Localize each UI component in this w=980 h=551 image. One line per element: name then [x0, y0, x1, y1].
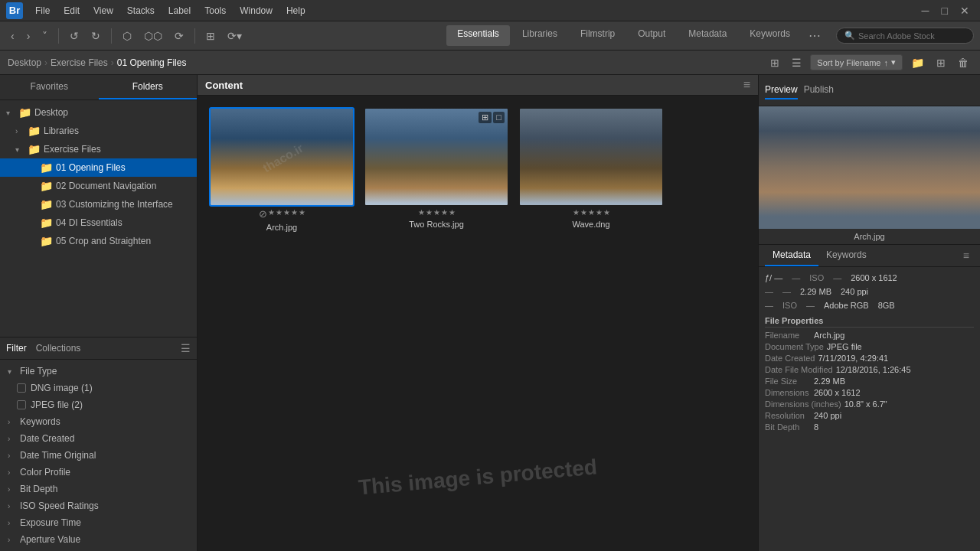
metadata-content: ƒ/ — — ISO — 2600 x 1612 — — 2.29 MB 240…: [759, 267, 980, 551]
tab-output[interactable]: Output: [627, 25, 676, 46]
two-rocks-image-container: ⊞ □: [364, 107, 509, 207]
more-workspaces-button[interactable]: ⋯: [802, 25, 827, 46]
filter-dng-item[interactable]: DNG image (1): [0, 380, 197, 396]
breadcrumb-exercise-files[interactable]: Exercise Files: [51, 57, 108, 68]
tree-item-exercise-files[interactable]: ▾ 📁 Exercise Files: [0, 140, 197, 158]
filter-date-created-header[interactable]: › Date Created: [0, 430, 197, 447]
sort-dropdown-icon: ▾: [891, 57, 896, 67]
content-title: Content: [205, 80, 243, 91]
get-photos-button[interactable]: ⬡: [118, 27, 136, 45]
menu-window[interactable]: Window: [234, 3, 279, 18]
filesize-prop-value: 2.29 MB: [814, 377, 845, 386]
delete-icon-button[interactable]: 🗑: [954, 54, 972, 71]
search-adobe-stock[interactable]: 🔍: [836, 28, 974, 44]
sort-dropdown-button[interactable]: ⟳▾: [223, 27, 247, 45]
close-button[interactable]: ✕: [956, 2, 974, 20]
bit-depth-prop-value: 8: [814, 422, 818, 432]
metadata-options-icon[interactable]: ≡: [959, 245, 974, 266]
tab-keywords[interactable]: Keywords: [739, 25, 801, 46]
filter-tab-collections[interactable]: Collections: [36, 343, 81, 354]
jpeg-checkbox[interactable]: [17, 400, 26, 409]
expand-dto-icon: ›: [8, 452, 15, 460]
filter-exposure-header[interactable]: › Exposure Time: [0, 514, 197, 531]
refresh-button[interactable]: ⟳: [170, 27, 188, 45]
tab-libraries[interactable]: Libraries: [511, 25, 568, 46]
filter-date-time-original-header[interactable]: › Date Time Original: [0, 447, 197, 464]
bit-depth-label: Bit Depth: [765, 422, 811, 432]
nav-forward-button[interactable]: ›: [22, 27, 35, 45]
tree-item-02-nav[interactable]: 📁 02 Document Navigation: [0, 177, 197, 195]
tab-metadata[interactable]: Metadata: [678, 25, 737, 46]
tab-essentials[interactable]: Essentials: [446, 25, 510, 46]
content-header-menu[interactable]: ≡: [743, 78, 750, 92]
arch-stars: ⊘ ★ ★ ★ ★ ★: [259, 208, 305, 220]
filter-tab-filter[interactable]: Filter: [6, 343, 27, 354]
filter-keywords-header[interactable]: › Keywords: [0, 413, 197, 430]
new-folder-icon-button[interactable]: 📁: [907, 54, 928, 71]
thumbnail-two-rocks[interactable]: ⊞ □ ★ ★ ★ ★ ★ Two Rocks.jpg: [364, 107, 509, 232]
thumbnail-arch[interactable]: thaco.ir ⊘ ★ ★ ★ ★ ★ Arch.jpg: [209, 107, 354, 232]
arch-star-4: ★: [291, 208, 298, 220]
filter-actions: ☰: [181, 342, 191, 354]
sort-icon-button[interactable]: ☰: [788, 54, 805, 71]
tree-item-01-opening[interactable]: 📁 01 Opening Files: [0, 158, 197, 177]
filter-aperture-header[interactable]: › Aperture Value: [0, 531, 197, 548]
menu-label[interactable]: Label: [162, 3, 197, 18]
nav-dropdown-button[interactable]: ˅: [38, 27, 52, 45]
menu-tools[interactable]: Tools: [198, 3, 232, 18]
datecreated-value: 7/11/2019, 4:29:41: [818, 354, 888, 363]
filter-color-profile-header[interactable]: › Color Profile: [0, 464, 197, 481]
tab-keywords-detail[interactable]: Keywords: [818, 245, 874, 266]
expand-aperture-icon: ›: [8, 536, 15, 544]
tab-preview[interactable]: Preview: [765, 81, 798, 99]
tree-item-desktop[interactable]: ▾ 📁 Desktop: [0, 103, 197, 122]
menu-view[interactable]: View: [87, 3, 119, 18]
nav-back-button[interactable]: ‹: [6, 27, 19, 45]
tab-metadata-detail[interactable]: Metadata: [765, 245, 818, 266]
thumbnail-wave[interactable]: ★ ★ ★ ★ ★ Wave.dng: [518, 107, 664, 232]
wave-star-1: ★: [573, 208, 580, 217]
folder-tree: ▾ 📁 Desktop › 📁 Libraries ▾ 📁 Exercise F…: [0, 100, 197, 337]
two-rocks-filename: Two Rocks.jpg: [409, 220, 464, 229]
maximize-button[interactable]: □: [937, 2, 952, 20]
dng-checkbox[interactable]: [17, 383, 26, 393]
batch-rename-button[interactable]: ⬡⬡: [139, 27, 167, 45]
menu-file[interactable]: File: [29, 3, 56, 18]
menu-stacks[interactable]: Stacks: [121, 3, 161, 18]
filter-bit-depth-header[interactable]: › Bit Depth: [0, 481, 197, 497]
app-icon: Br: [6, 2, 23, 19]
tab-publish[interactable]: Publish: [804, 81, 834, 99]
tab-folders[interactable]: Folders: [99, 75, 198, 99]
minimize-button[interactable]: ─: [917, 2, 934, 20]
filter-file-type-header[interactable]: ▾ File Type: [0, 363, 197, 380]
sort-button[interactable]: Sort by Filename ↑ ▾: [810, 54, 903, 70]
filter-menu-icon[interactable]: ☰: [181, 342, 191, 354]
rocks-star-5: ★: [449, 208, 456, 217]
tab-filmstrip[interactable]: Filmstrip: [570, 25, 626, 46]
filter-button[interactable]: ⊞: [201, 27, 220, 45]
rotate-right-button[interactable]: ↻: [87, 27, 105, 45]
menu-edit[interactable]: Edit: [57, 3, 86, 18]
tab-favorites[interactable]: Favorites: [0, 75, 99, 99]
filter-icon-button[interactable]: ⊞: [766, 54, 783, 71]
filter-color-label: Color Profile: [20, 467, 70, 478]
workspace-tabs: Essentials Libraries Filmstrip Output Me…: [446, 25, 827, 46]
menu-help[interactable]: Help: [280, 3, 312, 18]
search-input[interactable]: [858, 31, 965, 41]
watermark-text: This image is protected: [198, 441, 758, 514]
metadata-tabs: Metadata Keywords ≡: [759, 245, 980, 267]
tree-item-libraries[interactable]: › 📁 Libraries: [0, 122, 197, 140]
filter-jpeg-item[interactable]: JPEG file (2): [0, 396, 197, 413]
grid-view-icon-button[interactable]: ⊞: [933, 54, 949, 71]
rocks-star-4: ★: [441, 208, 448, 217]
preview-filename: Arch.jpg: [759, 229, 980, 245]
tree-item-04-di[interactable]: 📁 04 DI Essentials: [0, 214, 197, 232]
expand-color-icon: ›: [8, 468, 15, 477]
breadcrumb-desktop[interactable]: Desktop: [8, 57, 41, 68]
tree-item-03-custom[interactable]: 📁 03 Customizing the Interface: [0, 195, 197, 214]
search-icon: 🔍: [844, 31, 855, 41]
rotate-left-button[interactable]: ↺: [65, 27, 83, 45]
main-layout: Favorites Folders ▾ 📁 Desktop › 📁 Librar…: [0, 75, 980, 551]
tree-item-05-crop[interactable]: 📁 05 Crop and Straighten: [0, 232, 197, 250]
filter-iso-header[interactable]: › ISO Speed Ratings: [0, 497, 197, 514]
